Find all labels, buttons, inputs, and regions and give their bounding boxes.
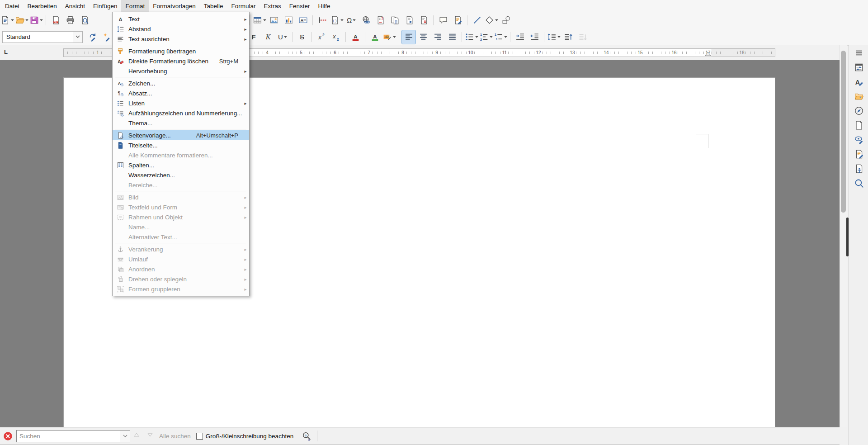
font-color[interactable]: A bbox=[349, 30, 362, 44]
sidebar-gallery[interactable] bbox=[849, 89, 868, 103]
menu-item-formen-gruppieren[interactable]: Formen gruppieren▸ bbox=[113, 284, 249, 294]
increase-paragraph-spacing[interactable] bbox=[561, 30, 575, 44]
justify[interactable] bbox=[445, 30, 459, 44]
sidebar-page[interactable] bbox=[849, 118, 868, 132]
underline[interactable]: U bbox=[276, 30, 289, 44]
dropdown-arrow-icon[interactable] bbox=[490, 36, 493, 38]
menu-item-bild[interactable]: Bild▸ bbox=[113, 192, 249, 202]
menu-item-seitenvorlage-[interactable]: Seitenvorlage...Alt+Umschalt+P bbox=[113, 130, 249, 140]
print-preview[interactable] bbox=[78, 14, 91, 27]
paragraph-style-combo[interactable]: Standard bbox=[2, 31, 83, 43]
menu-item-text-ausrichten[interactable]: Text ausrichten▸ bbox=[113, 34, 249, 44]
decrease-indent[interactable] bbox=[528, 30, 541, 44]
match-case-option[interactable]: Groß-/Kleinschreibung beachten bbox=[196, 433, 293, 440]
italic[interactable]: K bbox=[261, 30, 275, 44]
dropdown-arrow-icon[interactable] bbox=[263, 19, 266, 21]
menu-item-absatz-[interactable]: ¶Absatz... bbox=[113, 88, 249, 98]
find-and-replace-button[interactable]: ad bbox=[300, 430, 312, 442]
decrease-paragraph-spacing[interactable] bbox=[576, 30, 590, 44]
menubar-item-ansicht[interactable]: Ansicht bbox=[61, 0, 89, 12]
dropdown-arrow-icon[interactable] bbox=[11, 19, 14, 21]
find-all-button[interactable]: Alle suchen bbox=[159, 433, 191, 440]
right-indent-marker[interactable] bbox=[705, 49, 711, 57]
export-pdf[interactable]: PDF bbox=[49, 14, 62, 27]
ordered-list[interactable]: 12 bbox=[479, 30, 493, 44]
menubar-item-format[interactable]: Format bbox=[121, 0, 149, 12]
scrollbar-thumb[interactable] bbox=[841, 51, 846, 213]
sidebar-style-inspector[interactable] bbox=[849, 132, 868, 147]
insert-hyperlink[interactable] bbox=[359, 14, 373, 27]
menubar-item-bearbeiten[interactable]: Bearbeiten bbox=[24, 0, 61, 12]
highlight-color[interactable]: A bbox=[368, 30, 382, 44]
insert-line[interactable] bbox=[470, 14, 484, 27]
insert-image[interactable] bbox=[267, 14, 281, 27]
sidebar-menu[interactable] bbox=[849, 45, 868, 60]
superscript[interactable]: x2 bbox=[315, 30, 328, 44]
menu-item-aufzählungszeichen-und-nummerierung-[interactable]: Aufzählungszeichen und Nummerierung... bbox=[113, 108, 249, 118]
insert-page-break[interactable] bbox=[316, 14, 329, 27]
new-document[interactable] bbox=[0, 14, 14, 27]
menubar-item-datei[interactable]: Datei bbox=[1, 0, 24, 12]
insert-endnote[interactable]: [i] bbox=[388, 14, 401, 27]
sidebar-hide-grip[interactable] bbox=[846, 218, 849, 256]
sidebar-properties[interactable] bbox=[849, 60, 868, 74]
insert-comment[interactable] bbox=[436, 14, 450, 27]
sidebar-styles[interactable]: A bbox=[849, 74, 868, 89]
menu-item-titelseite-[interactable]: Titelseite... bbox=[113, 140, 249, 150]
sidebar-accessibility-check[interactable] bbox=[849, 161, 868, 175]
insert-special-character[interactable]: Ω bbox=[344, 14, 358, 27]
dropdown-arrow-icon[interactable] bbox=[557, 36, 561, 38]
dropdown-arrow-icon[interactable] bbox=[340, 19, 344, 21]
update-style[interactable] bbox=[86, 30, 99, 44]
sidebar-find[interactable] bbox=[849, 175, 868, 190]
save[interactable] bbox=[29, 14, 43, 27]
dropdown-arrow-icon[interactable] bbox=[393, 36, 396, 38]
menu-item-alternativer-text-[interactable]: Alternativer Text... bbox=[113, 232, 249, 242]
insert-bookmark[interactable] bbox=[402, 14, 416, 27]
menu-item-zeichen-[interactable]: AZeichen... bbox=[113, 78, 249, 88]
menu-item-alle-kommentare-formatieren-[interactable]: Alle Kommentare formatieren... bbox=[113, 150, 249, 160]
menu-item-wasserzeichen-[interactable]: Wasserzeichen... bbox=[113, 170, 249, 180]
menu-item-drehen-oder-spiegeln[interactable]: Drehen oder spiegeln▸ bbox=[113, 274, 249, 284]
menu-item-textfeld-und-form[interactable]: Textfeld und Form▸ bbox=[113, 202, 249, 212]
dropdown-arrow-icon[interactable] bbox=[284, 36, 287, 38]
menu-item-anordnen[interactable]: Anordnen▸ bbox=[113, 264, 249, 274]
menubar-item-formatvorlagen[interactable]: Formatvorlagen bbox=[149, 0, 200, 12]
vertical-scrollbar[interactable] bbox=[840, 45, 847, 427]
find-previous-button[interactable] bbox=[130, 430, 144, 442]
menu-item-umlauf[interactable]: Umlauf▸ bbox=[113, 254, 249, 264]
insert-field[interactable]: (-) bbox=[330, 14, 344, 27]
find-next-button[interactable] bbox=[144, 430, 157, 442]
menu-item-verankerung[interactable]: Verankerung▸ bbox=[113, 244, 249, 254]
menu-item-formatierung-übertragen[interactable]: Formatierung übertragen bbox=[113, 46, 249, 56]
menu-item-bereiche-[interactable]: Bereiche... bbox=[113, 180, 249, 190]
print[interactable] bbox=[63, 14, 77, 27]
menu-item-name-[interactable]: Name... bbox=[113, 222, 249, 232]
match-case-checkbox[interactable] bbox=[196, 433, 203, 440]
dropdown-arrow-icon[interactable] bbox=[475, 36, 478, 38]
menu-item-text[interactable]: AText▸ bbox=[113, 14, 249, 24]
search-history-dropdown[interactable] bbox=[120, 431, 130, 442]
show-draw-functions[interactable] bbox=[499, 14, 513, 27]
outline-list[interactable]: 1 bbox=[494, 30, 507, 44]
menu-item-direkte-formatierung-löschen[interactable]: ADirekte Formatierung löschenStrg+M bbox=[113, 56, 249, 66]
sidebar-navigator[interactable] bbox=[849, 103, 868, 118]
insert-chart[interactable] bbox=[282, 14, 295, 27]
align-left[interactable] bbox=[402, 30, 415, 44]
unordered-list[interactable] bbox=[465, 30, 478, 44]
subscript[interactable]: x2 bbox=[329, 30, 343, 44]
close-find-bar-button[interactable] bbox=[3, 431, 13, 441]
dropdown-arrow-icon[interactable] bbox=[495, 19, 498, 21]
insert-cross-reference[interactable] bbox=[417, 14, 430, 27]
increase-indent[interactable] bbox=[513, 30, 527, 44]
menu-item-listen[interactable]: Listen▸ bbox=[113, 98, 249, 108]
insert-footnote[interactable]: 1 bbox=[373, 14, 387, 27]
search-input[interactable] bbox=[17, 431, 120, 442]
menubar-item-tabelle[interactable]: Tabelle bbox=[200, 0, 227, 12]
character-highlighting[interactable]: ab bbox=[382, 30, 396, 44]
align-center[interactable] bbox=[416, 30, 430, 44]
chevron-down-icon[interactable] bbox=[73, 32, 82, 43]
align-right[interactable] bbox=[431, 30, 444, 44]
menu-item-thema-[interactable]: Thema... bbox=[113, 118, 249, 128]
dropdown-arrow-icon[interactable] bbox=[25, 19, 28, 21]
